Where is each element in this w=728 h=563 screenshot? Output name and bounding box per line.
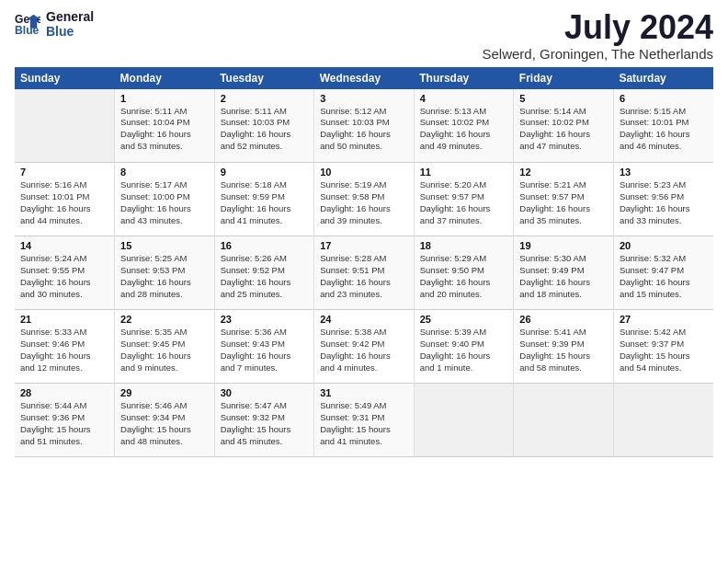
day-info: Sunrise: 5:44 AM Sunset: 9:36 PM Dayligh… [20,400,108,447]
day-number: 10 [320,167,408,178]
day-cell: 20Sunrise: 5:32 AM Sunset: 9:47 PM Dayli… [613,236,713,310]
day-cell [15,89,115,163]
header-row: Sunday Monday Tuesday Wednesday Thursday… [15,67,713,89]
day-number: 3 [320,93,408,104]
day-info: Sunrise: 5:14 AM Sunset: 10:02 PM Daylig… [519,106,608,153]
day-cell [414,384,514,457]
col-saturday: Saturday [613,67,713,89]
day-cell: 28Sunrise: 5:44 AM Sunset: 9:36 PM Dayli… [15,384,115,457]
day-info: Sunrise: 5:12 AM Sunset: 10:03 PM Daylig… [320,106,408,153]
day-cell: 29Sunrise: 5:46 AM Sunset: 9:34 PM Dayli… [115,384,215,457]
day-info: Sunrise: 5:11 AM Sunset: 10:03 PM Daylig… [221,106,309,153]
day-info: Sunrise: 5:21 AM Sunset: 9:57 PM Dayligh… [519,179,608,226]
day-number: 14 [20,240,108,251]
day-info: Sunrise: 5:30 AM Sunset: 9:49 PM Dayligh… [519,253,608,300]
day-cell: 30Sunrise: 5:47 AM Sunset: 9:32 PM Dayli… [214,384,314,457]
day-number: 22 [120,314,209,325]
day-info: Sunrise: 5:38 AM Sunset: 9:42 PM Dayligh… [320,327,408,373]
week-row-4: 21Sunrise: 5:33 AM Sunset: 9:46 PM Dayli… [15,310,713,384]
day-info: Sunrise: 5:41 AM Sunset: 9:39 PM Dayligh… [519,327,608,373]
day-cell: 1Sunrise: 5:11 AM Sunset: 10:04 PM Dayli… [115,89,215,163]
col-friday: Friday [514,67,614,89]
day-number: 31 [320,387,408,398]
day-cell: 7Sunrise: 5:16 AM Sunset: 10:01 PM Dayli… [15,163,115,236]
day-number: 19 [519,240,608,251]
day-number: 20 [620,240,708,251]
day-number: 11 [420,167,508,178]
day-cell: 23Sunrise: 5:36 AM Sunset: 9:43 PM Dayli… [214,310,314,384]
calendar-body: 1Sunrise: 5:11 AM Sunset: 10:04 PM Dayli… [15,89,713,457]
day-number: 26 [519,314,608,325]
logo: General Blue General Blue [15,9,94,39]
day-cell: 4Sunrise: 5:13 AM Sunset: 10:02 PM Dayli… [414,89,514,163]
day-number: 12 [519,167,608,178]
location: Selwerd, Groningen, The Netherlands [482,46,713,62]
day-cell: 16Sunrise: 5:26 AM Sunset: 9:52 PM Dayli… [214,236,314,310]
logo-icon: General Blue [15,11,40,37]
day-info: Sunrise: 5:23 AM Sunset: 9:56 PM Dayligh… [620,179,708,226]
week-row-3: 14Sunrise: 5:24 AM Sunset: 9:55 PM Dayli… [15,236,713,310]
day-cell: 17Sunrise: 5:28 AM Sunset: 9:51 PM Dayli… [314,236,415,310]
week-row-5: 28Sunrise: 5:44 AM Sunset: 9:36 PM Dayli… [15,384,713,457]
day-info: Sunrise: 5:25 AM Sunset: 9:53 PM Dayligh… [120,253,209,300]
week-row-1: 1Sunrise: 5:11 AM Sunset: 10:04 PM Dayli… [15,89,713,163]
day-info: Sunrise: 5:46 AM Sunset: 9:34 PM Dayligh… [120,400,209,447]
day-number: 25 [420,314,508,325]
day-cell: 14Sunrise: 5:24 AM Sunset: 9:55 PM Dayli… [15,236,115,310]
day-number: 23 [221,314,309,325]
day-cell [514,384,614,457]
day-number: 6 [620,93,708,104]
day-number: 21 [20,314,108,325]
day-info: Sunrise: 5:18 AM Sunset: 9:59 PM Dayligh… [221,179,309,226]
day-number: 9 [221,167,309,178]
day-number: 30 [221,387,309,398]
day-cell: 9Sunrise: 5:18 AM Sunset: 9:59 PM Daylig… [214,163,314,236]
title-block: July 2024 Selwerd, Groningen, The Nether… [482,9,713,62]
logo-line2: Blue [46,24,94,39]
day-number: 29 [120,387,209,398]
day-info: Sunrise: 5:36 AM Sunset: 9:43 PM Dayligh… [221,327,309,373]
day-info: Sunrise: 5:16 AM Sunset: 10:01 PM Daylig… [20,179,108,226]
day-number: 7 [20,167,108,178]
day-info: Sunrise: 5:28 AM Sunset: 9:51 PM Dayligh… [320,253,408,300]
day-number: 8 [120,167,209,178]
day-info: Sunrise: 5:35 AM Sunset: 9:45 PM Dayligh… [120,327,209,373]
day-number: 24 [320,314,408,325]
day-info: Sunrise: 5:29 AM Sunset: 9:50 PM Dayligh… [420,253,508,300]
day-cell: 6Sunrise: 5:15 AM Sunset: 10:01 PM Dayli… [613,89,713,163]
day-cell: 24Sunrise: 5:38 AM Sunset: 9:42 PM Dayli… [314,310,415,384]
day-number: 13 [620,167,708,178]
day-cell: 22Sunrise: 5:35 AM Sunset: 9:45 PM Dayli… [115,310,215,384]
day-cell: 10Sunrise: 5:19 AM Sunset: 9:58 PM Dayli… [314,163,415,236]
week-row-2: 7Sunrise: 5:16 AM Sunset: 10:01 PM Dayli… [15,163,713,236]
day-number: 27 [620,314,708,325]
day-cell: 18Sunrise: 5:29 AM Sunset: 9:50 PM Dayli… [414,236,514,310]
day-info: Sunrise: 5:47 AM Sunset: 9:32 PM Dayligh… [221,400,309,447]
col-monday: Monday [115,67,215,89]
day-info: Sunrise: 5:13 AM Sunset: 10:02 PM Daylig… [420,106,508,153]
day-info: Sunrise: 5:17 AM Sunset: 10:00 PM Daylig… [120,179,209,226]
day-info: Sunrise: 5:39 AM Sunset: 9:40 PM Dayligh… [420,327,508,373]
day-info: Sunrise: 5:24 AM Sunset: 9:55 PM Dayligh… [20,253,108,300]
day-cell: 27Sunrise: 5:42 AM Sunset: 9:37 PM Dayli… [613,310,713,384]
day-number: 18 [420,240,508,251]
day-cell: 15Sunrise: 5:25 AM Sunset: 9:53 PM Dayli… [115,236,215,310]
day-info: Sunrise: 5:26 AM Sunset: 9:52 PM Dayligh… [221,253,309,300]
day-number: 4 [420,93,508,104]
day-info: Sunrise: 5:33 AM Sunset: 9:46 PM Dayligh… [20,327,108,373]
col-wednesday: Wednesday [314,67,415,89]
day-cell: 11Sunrise: 5:20 AM Sunset: 9:57 PM Dayli… [414,163,514,236]
calendar-table: Sunday Monday Tuesday Wednesday Thursday… [15,67,713,458]
day-number: 2 [221,93,309,104]
col-thursday: Thursday [414,67,514,89]
day-cell: 31Sunrise: 5:49 AM Sunset: 9:31 PM Dayli… [314,384,415,457]
day-number: 1 [120,93,209,104]
day-cell: 2Sunrise: 5:11 AM Sunset: 10:03 PM Dayli… [214,89,314,163]
day-cell: 3Sunrise: 5:12 AM Sunset: 10:03 PM Dayli… [314,89,415,163]
day-number: 5 [519,93,608,104]
col-tuesday: Tuesday [214,67,314,89]
day-cell: 8Sunrise: 5:17 AM Sunset: 10:00 PM Dayli… [115,163,215,236]
day-number: 28 [20,387,108,398]
day-number: 17 [320,240,408,251]
day-cell: 13Sunrise: 5:23 AM Sunset: 9:56 PM Dayli… [613,163,713,236]
